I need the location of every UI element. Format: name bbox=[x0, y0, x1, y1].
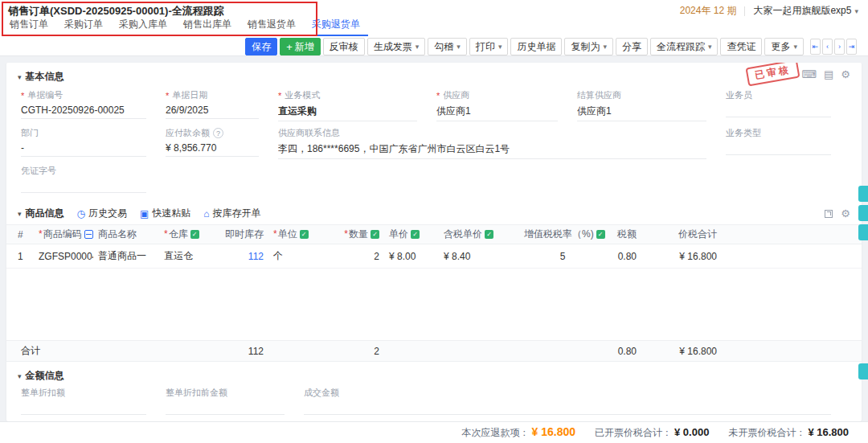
tab-purchase-inbound[interactable]: 采购入库单 bbox=[111, 18, 175, 36]
basic-header-icons: ⌨ ▤ ⚙ bbox=[801, 69, 850, 80]
tab-purchase-order[interactable]: 采购订单 bbox=[56, 18, 111, 36]
cell-tax-price[interactable]: ¥ 8.40 bbox=[439, 251, 519, 262]
keyboard-icon[interactable]: ⌨ bbox=[801, 69, 817, 80]
print-button[interactable]: 打印 ▾ bbox=[469, 38, 509, 55]
copy-as-button[interactable]: 复制为 ▾ bbox=[564, 38, 613, 55]
collapse-icon[interactable]: ▾ bbox=[18, 210, 22, 218]
chevron-down-icon: ▾ bbox=[854, 7, 858, 15]
history-trade-button[interactable]: ◷ 历史交易 bbox=[77, 207, 127, 220]
batch-edit-icon[interactable]: ✓ bbox=[411, 230, 420, 239]
nav-next-button[interactable]: › bbox=[834, 39, 845, 55]
field-discount-amount: 整单折扣额 bbox=[21, 387, 166, 415]
biz-type-input[interactable] bbox=[726, 142, 831, 155]
tab-sales-order[interactable]: 销售订单 bbox=[2, 18, 56, 36]
full-track-button[interactable]: 全流程跟踪 ▾ bbox=[650, 38, 719, 55]
more-button[interactable]: 更多 ▾ bbox=[764, 38, 804, 55]
share-button[interactable]: 分享 bbox=[616, 38, 648, 55]
chevron-down-icon: ▾ bbox=[457, 43, 461, 51]
app-root: 销售订单(XSDD-20250925-00001)-全流程跟踪 2024年 12… bbox=[0, 0, 868, 421]
cell-price[interactable]: ¥ 8.00 bbox=[384, 251, 439, 262]
col-product-name: 商品名称 bbox=[93, 228, 159, 241]
account-menu[interactable]: 大家一起用旗舰版exp5 ▾ bbox=[753, 4, 858, 18]
history-docs-button[interactable]: 历史单据 bbox=[510, 38, 562, 55]
stock-link[interactable]: 112 bbox=[248, 251, 264, 262]
basic-fields: 单据编号 CGTH-20250926-00025 单据日期 26/9/2025 … bbox=[6, 88, 862, 199]
totals-bar: 本次应退款项： ¥ 16.800 已开票价税合计： ¥ 0.000 未开票价税合… bbox=[0, 421, 868, 443]
refund-total: 本次应退款项： ¥ 16.800 bbox=[462, 425, 576, 440]
clock-icon: ◷ bbox=[77, 209, 85, 219]
side-panel-tab[interactable] bbox=[858, 186, 868, 202]
cell-qty[interactable]: 2 bbox=[328, 251, 384, 262]
nav-prev-button[interactable]: ‹ bbox=[822, 39, 833, 55]
salesman-input[interactable] bbox=[726, 105, 831, 117]
batch-edit-icon[interactable]: ✓ bbox=[596, 230, 605, 239]
basic-info-header: ▾ 基本信息 已审核 ⌨ ▤ ⚙ bbox=[6, 63, 862, 88]
divider bbox=[744, 6, 745, 16]
products-table: # 商品编码 商品名称 仓库 ✓ 即时库存 单位 ✓ 数量 ✓ bbox=[6, 224, 862, 362]
summary-label: 合计 bbox=[13, 344, 93, 358]
cell-tax-rate[interactable]: 5 bbox=[519, 251, 606, 262]
gear-icon[interactable]: ⚙ bbox=[841, 207, 850, 219]
chevron-down-icon: ▾ bbox=[708, 43, 712, 51]
fiscal-period[interactable]: 2024年 12 期 bbox=[680, 4, 737, 18]
supplier-input[interactable]: 供应商1 bbox=[436, 105, 558, 121]
tab-sales-return[interactable]: 销售退货单 bbox=[240, 18, 304, 36]
cell-product-name[interactable]: 普通商品一 bbox=[93, 249, 159, 263]
nav-last-button[interactable]: ⇥ bbox=[846, 39, 857, 55]
generate-invoice-button[interactable]: 生成发票 ▾ bbox=[367, 38, 426, 55]
info-icon[interactable]: ? bbox=[213, 128, 223, 138]
field-bill-date: 单据日期 26/9/2025 bbox=[166, 89, 278, 121]
side-panel-tab[interactable] bbox=[858, 205, 868, 221]
account-name: 大家一起用旗舰版exp5 bbox=[753, 4, 851, 18]
cell-product-code[interactable]: ZGFSP00004 bbox=[34, 251, 93, 262]
collapse-icon[interactable]: ▾ bbox=[18, 73, 22, 81]
chevron-down-icon: ▾ bbox=[498, 43, 502, 51]
page-title: 销售订单(XSDD-20250925-00001)-全流程跟踪 bbox=[8, 4, 224, 18]
col-qty: 数量 ✓ bbox=[328, 228, 384, 241]
cell-warehouse[interactable]: 直运仓 bbox=[159, 249, 219, 263]
gear-icon[interactable]: ⚙ bbox=[841, 69, 850, 80]
view-voucher-button[interactable]: 查凭证 bbox=[720, 38, 762, 55]
scan-icon[interactable] bbox=[84, 230, 93, 239]
col-warehouse: 仓库 ✓ bbox=[159, 228, 219, 241]
topbar-right: 2024年 12 期 大家一起用旗舰版exp5 ▾ bbox=[680, 4, 858, 18]
deal-amount-value bbox=[304, 402, 831, 415]
batch-edit-icon[interactable]: ✓ bbox=[371, 230, 379, 239]
side-panel-tab[interactable] bbox=[858, 224, 868, 240]
list-panel-icon[interactable]: ▤ bbox=[824, 69, 833, 80]
collapse-icon[interactable]: ▾ bbox=[18, 372, 22, 380]
tab-purchase-return[interactable]: 采购退货单 bbox=[304, 18, 368, 36]
voucher-no-input[interactable] bbox=[21, 180, 146, 193]
quick-paste-button[interactable]: ▣ 快速粘贴 bbox=[140, 207, 190, 220]
products-header: ▾ 商品信息 ◷ 历史交易 ▣ 快速粘贴 ⌂ 按库存开单 ⚙ bbox=[6, 199, 862, 224]
col-tax-rate: 增值税税率（%) ✓ bbox=[519, 228, 606, 241]
products-header-icons: ⚙ bbox=[825, 207, 850, 219]
table-row: 1 ZGFSP00004 普通商品一 直运仓 112 个 2 ¥ 8.00 ¥ … bbox=[6, 244, 862, 269]
field-payable-balance: 应付款余额 ? ¥ 8,956.770 bbox=[166, 127, 278, 159]
record-navigation: ⇤ ‹ › ⇥ bbox=[810, 39, 857, 55]
department-input[interactable]: - bbox=[21, 142, 146, 157]
biz-mode-input[interactable]: 直运采购 bbox=[278, 105, 417, 121]
discount-amount-input[interactable] bbox=[21, 402, 146, 415]
bill-date-input[interactable]: 26/9/2025 bbox=[166, 105, 259, 119]
batch-edit-icon[interactable]: ✓ bbox=[300, 230, 309, 239]
cell-unit[interactable]: 个 bbox=[268, 249, 328, 263]
settle-supplier-input[interactable]: 供应商1 bbox=[577, 105, 706, 121]
warehouse-icon: ⌂ bbox=[203, 209, 209, 219]
batch-edit-icon[interactable]: ✓ bbox=[190, 230, 199, 239]
batch-edit-icon[interactable]: ✓ bbox=[485, 230, 493, 239]
cell-index: 1 bbox=[13, 251, 34, 262]
reconcile-button[interactable]: 勾稽 ▾ bbox=[428, 38, 467, 55]
side-panel-tab[interactable] bbox=[858, 363, 868, 379]
add-button[interactable]: + 新增 bbox=[280, 38, 321, 55]
expand-icon[interactable] bbox=[825, 210, 833, 218]
field-pre-discount-amount: 整单折扣前金额 bbox=[166, 387, 304, 415]
nav-first-button[interactable]: ⇤ bbox=[810, 39, 821, 55]
cell-stock: 112 bbox=[219, 251, 268, 262]
audit-stamp: 已审核 bbox=[745, 63, 800, 86]
unaudit-button[interactable]: 反审核 bbox=[323, 38, 365, 55]
open-by-stock-button[interactable]: ⌂ 按库存开单 bbox=[203, 207, 260, 220]
tab-sales-outbound[interactable]: 销售出库单 bbox=[175, 18, 240, 36]
bill-no-input[interactable]: CGTH-20250926-00025 bbox=[21, 105, 146, 119]
save-button[interactable]: 保存 bbox=[245, 38, 277, 55]
